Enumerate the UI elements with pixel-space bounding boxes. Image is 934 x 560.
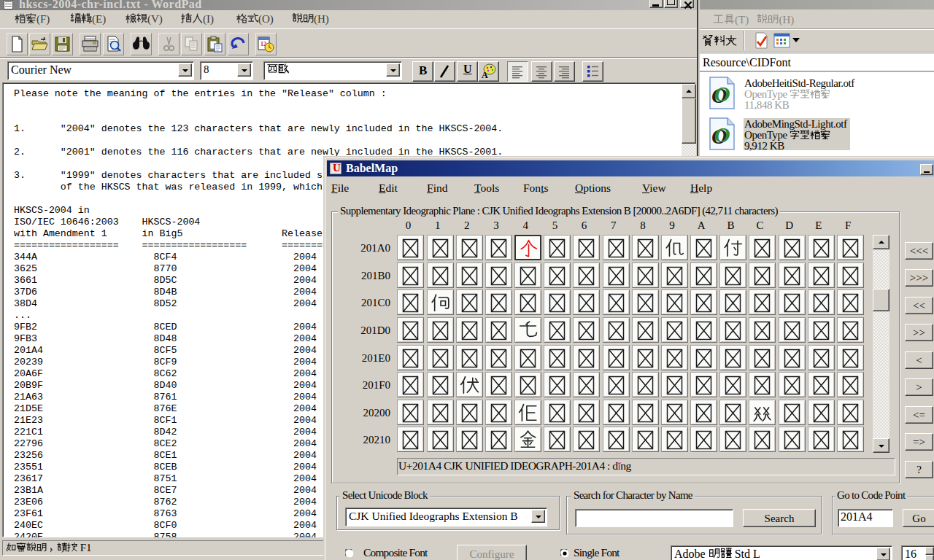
svg-text:O: O	[714, 82, 730, 106]
svg-text:A: A	[482, 70, 488, 80]
svg-text:O: O	[714, 122, 730, 147]
